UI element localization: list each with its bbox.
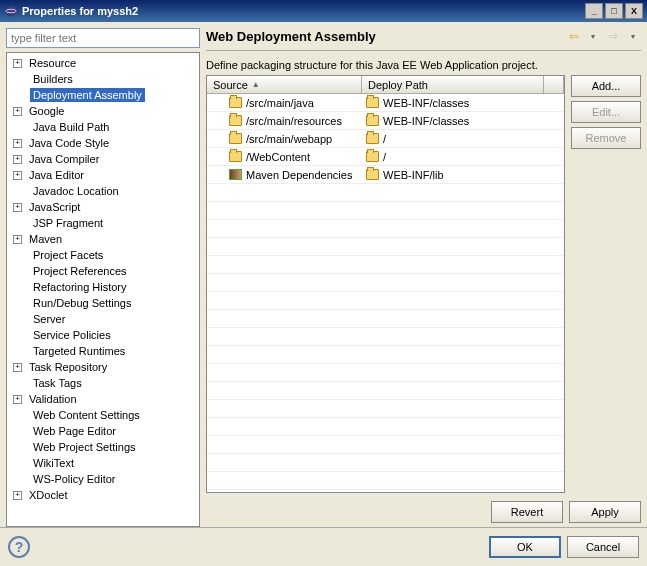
tree-item[interactable]: +Resource bbox=[7, 55, 199, 71]
expand-icon[interactable]: + bbox=[13, 139, 22, 148]
tree-item[interactable]: +Java Editor bbox=[7, 167, 199, 183]
expand-icon[interactable]: + bbox=[13, 203, 22, 212]
tree-item[interactable]: Java Build Path bbox=[7, 119, 199, 135]
expand-icon[interactable]: + bbox=[13, 395, 22, 404]
filter-input[interactable] bbox=[6, 28, 200, 48]
tree-item-label: XDoclet bbox=[26, 488, 71, 502]
table-row-empty bbox=[207, 346, 564, 364]
cancel-button[interactable]: Cancel bbox=[567, 536, 639, 558]
remove-button[interactable]: Remove bbox=[571, 127, 641, 149]
expand-icon[interactable]: + bbox=[13, 171, 22, 180]
tree-item[interactable]: JSP Fragment bbox=[7, 215, 199, 231]
back-menu-icon[interactable]: ▼ bbox=[585, 28, 601, 44]
tree-item-label: Server bbox=[30, 312, 68, 326]
tree-item[interactable]: +Maven bbox=[7, 231, 199, 247]
expand-icon[interactable]: + bbox=[13, 107, 22, 116]
table-row-empty bbox=[207, 202, 564, 220]
table-row-empty bbox=[207, 292, 564, 310]
tree-item[interactable]: +Java Compiler bbox=[7, 151, 199, 167]
maximize-button[interactable]: □ bbox=[605, 3, 623, 19]
table-row-empty bbox=[207, 400, 564, 418]
tree-item[interactable]: +Task Repository bbox=[7, 359, 199, 375]
tree-item[interactable]: WikiText bbox=[7, 455, 199, 471]
forward-menu-icon[interactable]: ▼ bbox=[625, 28, 641, 44]
minimize-button[interactable]: _ bbox=[585, 3, 603, 19]
close-button[interactable]: X bbox=[625, 3, 643, 19]
tree-item-label: Resource bbox=[26, 56, 79, 70]
table-row-empty bbox=[207, 436, 564, 454]
tree-item-label: WS-Policy Editor bbox=[30, 472, 119, 486]
tree-item[interactable]: +XDoclet bbox=[7, 487, 199, 503]
tree-item[interactable]: Targeted Runtimes bbox=[7, 343, 199, 359]
expand-icon[interactable]: + bbox=[13, 491, 22, 500]
tree-item[interactable]: Javadoc Location bbox=[7, 183, 199, 199]
add-button[interactable]: Add... bbox=[571, 75, 641, 97]
column-deploy-path[interactable]: Deploy Path bbox=[362, 76, 544, 93]
tree-item-label: Google bbox=[26, 104, 67, 118]
folder-icon bbox=[229, 151, 242, 162]
tree-item[interactable]: Builders bbox=[7, 71, 199, 87]
page-title: Web Deployment Assembly bbox=[206, 29, 561, 44]
forward-icon: ⇨ bbox=[605, 28, 621, 44]
tree-item[interactable]: +Google bbox=[7, 103, 199, 119]
assembly-table[interactable]: Source▲ Deploy Path /src/main/javaWEB-IN… bbox=[206, 75, 565, 493]
table-row[interactable]: /src/main/webapp/ bbox=[207, 130, 564, 148]
svg-point-0 bbox=[6, 6, 17, 17]
tree-item[interactable]: +Validation bbox=[7, 391, 199, 407]
tree-item-label: Task Repository bbox=[26, 360, 110, 374]
table-row[interactable]: Maven DependenciesWEB-INF/lib bbox=[207, 166, 564, 184]
tree-item[interactable]: Refactoring History bbox=[7, 279, 199, 295]
expand-icon[interactable]: + bbox=[13, 363, 22, 372]
table-row-empty bbox=[207, 256, 564, 274]
tree-item[interactable]: Web Page Editor bbox=[7, 423, 199, 439]
tree-item[interactable]: Run/Debug Settings bbox=[7, 295, 199, 311]
tree-item[interactable]: Service Policies bbox=[7, 327, 199, 343]
tree-item-label: Java Editor bbox=[26, 168, 87, 182]
apply-button[interactable]: Apply bbox=[569, 501, 641, 523]
tree-item-label: Builders bbox=[30, 72, 76, 86]
tree-item[interactable]: Server bbox=[7, 311, 199, 327]
tree-item[interactable]: +JavaScript bbox=[7, 199, 199, 215]
title-bar: Properties for myssh2 _ □ X bbox=[0, 0, 647, 22]
table-row[interactable]: /src/main/resourcesWEB-INF/classes bbox=[207, 112, 564, 130]
help-icon[interactable]: ? bbox=[8, 536, 30, 558]
tree-item[interactable]: Project Facets bbox=[7, 247, 199, 263]
tree-item-label: JSP Fragment bbox=[30, 216, 106, 230]
table-row[interactable]: /src/main/javaWEB-INF/classes bbox=[207, 94, 564, 112]
column-spacer bbox=[544, 76, 564, 93]
table-row[interactable]: /WebContent/ bbox=[207, 148, 564, 166]
deploy-cell: / bbox=[383, 151, 386, 163]
expand-icon[interactable]: + bbox=[13, 235, 22, 244]
tree-item-label: Web Content Settings bbox=[30, 408, 143, 422]
folder-icon bbox=[229, 133, 242, 144]
tree-item[interactable]: Web Content Settings bbox=[7, 407, 199, 423]
tree-item[interactable]: Task Tags bbox=[7, 375, 199, 391]
tree-item-label: Service Policies bbox=[30, 328, 114, 342]
expand-icon[interactable]: + bbox=[13, 155, 22, 164]
table-row-empty bbox=[207, 328, 564, 346]
tree-item[interactable]: Project References bbox=[7, 263, 199, 279]
tree-item-label: Maven bbox=[26, 232, 65, 246]
column-source[interactable]: Source▲ bbox=[207, 76, 362, 93]
folder-icon bbox=[366, 151, 379, 162]
edit-button[interactable]: Edit... bbox=[571, 101, 641, 123]
tree-item-label: Task Tags bbox=[30, 376, 85, 390]
ok-button[interactable]: OK bbox=[489, 536, 561, 558]
table-row-empty bbox=[207, 472, 564, 490]
table-row-empty bbox=[207, 184, 564, 202]
category-tree[interactable]: +ResourceBuildersDeployment Assembly+Goo… bbox=[6, 52, 200, 527]
revert-button[interactable]: Revert bbox=[491, 501, 563, 523]
expand-icon[interactable]: + bbox=[13, 59, 22, 68]
back-icon[interactable]: ⇦ bbox=[565, 28, 581, 44]
tree-item[interactable]: Web Project Settings bbox=[7, 439, 199, 455]
folder-icon bbox=[366, 97, 379, 108]
source-cell: /src/main/resources bbox=[246, 115, 342, 127]
deploy-cell: WEB-INF/classes bbox=[383, 97, 469, 109]
tree-item[interactable]: +Java Code Style bbox=[7, 135, 199, 151]
tree-item[interactable]: Deployment Assembly bbox=[7, 87, 199, 103]
deploy-cell: WEB-INF/classes bbox=[383, 115, 469, 127]
sort-asc-icon: ▲ bbox=[252, 80, 260, 89]
tree-item[interactable]: WS-Policy Editor bbox=[7, 471, 199, 487]
tree-item-label: Java Build Path bbox=[30, 120, 112, 134]
library-icon bbox=[229, 169, 242, 180]
